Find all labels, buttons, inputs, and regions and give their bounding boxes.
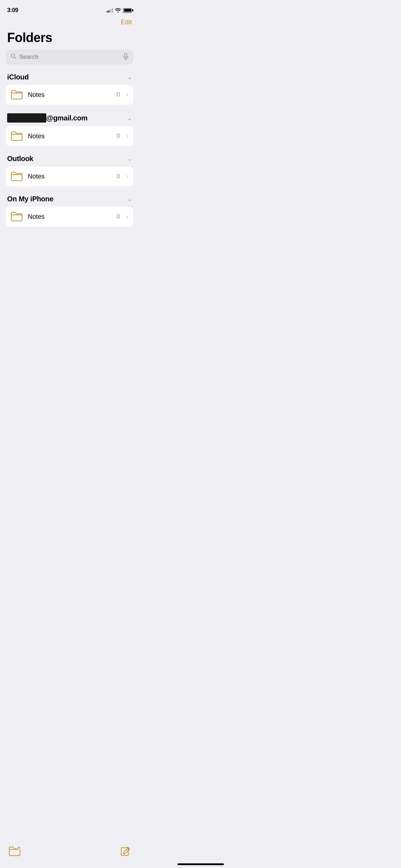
folder-label-outlook-notes: Notes [28, 173, 112, 180]
section-on-my-iphone: On My iPhone ⌄ Notes 0 › [6, 193, 133, 227]
section-header-on-my-iphone[interactable]: On My iPhone ⌄ [6, 193, 133, 207]
status-bar: 3:09 [0, 0, 139, 16]
search-container [6, 50, 133, 64]
chevron-right-icon: › [127, 173, 128, 180]
section-header-icloud[interactable]: iCloud ⌄ [6, 72, 133, 85]
signal-icon [107, 8, 113, 12]
chevron-right-icon: › [127, 213, 128, 220]
folder-item-outlook-notes[interactable]: Notes 0 › [6, 166, 133, 186]
chevron-right-icon: › [127, 92, 128, 98]
folder-count-gmail-notes: 0 [117, 133, 120, 140]
section-icloud: iCloud ⌄ Notes 0 › [6, 72, 133, 105]
status-icons [107, 8, 132, 13]
chevron-down-icon: ⌄ [127, 155, 132, 162]
folder-item-gmail-notes[interactable]: Notes 0 › [6, 126, 133, 146]
folder-label-gmail-notes: Notes [28, 133, 112, 140]
header: Edit [0, 16, 139, 27]
section-title-outlook: Outlook [7, 155, 33, 163]
microphone-icon[interactable] [123, 53, 128, 61]
chevron-down-icon: ⌄ [127, 115, 132, 122]
search-input[interactable] [19, 53, 120, 61]
redacted-email-block [7, 113, 46, 123]
section-gmail: @gmail.com ⌄ Notes 0 › [6, 112, 133, 146]
folders-content: iCloud ⌄ Notes 0 › @gmail.com ⌄ [0, 72, 139, 227]
folder-item-iphone-notes[interactable]: Notes 0 › [6, 207, 133, 227]
section-title-on-my-iphone: On My iPhone [7, 195, 53, 203]
folder-count-iphone-notes: 0 [117, 213, 120, 220]
chevron-right-icon: › [127, 133, 128, 139]
section-outlook: Outlook ⌄ Notes 0 › [6, 153, 133, 186]
page-title: Folders [0, 27, 139, 50]
search-bar[interactable] [6, 50, 133, 64]
folder-item-icloud-notes[interactable]: Notes 0 › [6, 85, 133, 105]
chevron-down-icon: ⌄ [127, 74, 132, 81]
folder-icon [11, 171, 23, 181]
wifi-icon [115, 8, 121, 12]
section-header-outlook[interactable]: Outlook ⌄ [6, 153, 133, 166]
folder-count-icloud-notes: 0 [117, 91, 120, 98]
section-title-gmail: @gmail.com [7, 113, 87, 123]
status-time: 3:09 [7, 7, 18, 14]
section-title-icloud: iCloud [7, 73, 29, 81]
folder-icon [11, 90, 23, 100]
section-header-gmail[interactable]: @gmail.com ⌄ [6, 112, 133, 126]
svg-line-1 [15, 57, 16, 59]
folder-icon [11, 212, 23, 222]
edit-button[interactable]: Edit [121, 17, 132, 27]
folder-label-iphone-notes: Notes [28, 213, 112, 221]
folder-icon [11, 131, 23, 141]
search-icon [11, 53, 16, 61]
battery-icon [123, 8, 132, 13]
folder-label-icloud-notes: Notes [28, 91, 112, 99]
svg-rect-2 [125, 53, 127, 57]
folder-count-outlook-notes: 0 [117, 173, 120, 180]
chevron-down-icon: ⌄ [127, 196, 132, 202]
